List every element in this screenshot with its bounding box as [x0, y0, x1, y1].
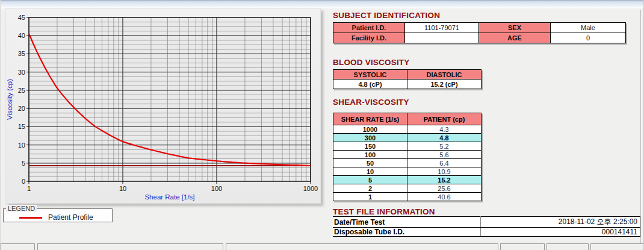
bottom-panel-3 — [226, 243, 498, 250]
chart-legend: LEGEND Patient Profile — [3, 205, 113, 222]
svg-text:Shear Rate [1/s]: Shear Rate [1/s] — [144, 193, 194, 201]
shear-viscosity-chart: 0510152025303540451101001000Shear Rate [… — [6, 9, 319, 202]
diastolic-value: 15.2 (cP) — [407, 80, 481, 89]
svg-text:35: 35 — [18, 50, 25, 57]
age-value: 0 — [551, 33, 626, 43]
bottom-panel-2 — [37, 243, 223, 250]
shear-viscosity-table: SHEAR RATE (1/s) PATIENT (cp) 10004.3 30… — [333, 113, 481, 201]
shear-rate-cell: 2 — [333, 184, 407, 193]
table-row: 515.2 — [333, 176, 481, 184]
disposable-tube-id-value: 000141411 — [481, 228, 640, 237]
table-row: Date/Time Test 2018-11-02 오후 2:25:00 — [333, 217, 640, 228]
table-row: 140.6 — [333, 193, 481, 201]
blood-viscosity-table: SYSTOLIC DIASTOLIC 4.8 (cP) 15.2 (cP) — [333, 69, 481, 89]
table-row: Facility I.D. AGE 0 — [333, 33, 626, 43]
svg-text:1: 1 — [27, 185, 31, 192]
viscosity-chart-panel: 0510152025303540451101001000Shear Rate [… — [5, 8, 321, 204]
legend-title: LEGEND — [6, 205, 37, 212]
test-file-information-title: TEST FILE INFORMATION — [333, 207, 435, 216]
report-window: 0510152025303540451101001000Shear Rate [… — [0, 0, 644, 250]
table-header-row: SHEAR RATE (1/s) PATIENT (cp) — [333, 113, 481, 125]
bottom-panel-1 — [1, 243, 35, 250]
svg-text:Viscosity (cp): Viscosity (cp) — [6, 79, 13, 120]
table-row: 3004.8 — [333, 134, 481, 142]
date-time-test-value: 2018-11-02 오후 2:25:00 — [481, 217, 640, 228]
shear-rate-cell: 1000 — [333, 125, 407, 134]
sex-label: SEX — [479, 23, 551, 33]
table-row: 10004.3 — [333, 125, 481, 134]
svg-text:20: 20 — [18, 105, 25, 112]
svg-text:5: 5 — [22, 160, 25, 167]
patient-value-cell: 5.2 — [407, 142, 481, 151]
blood-viscosity-title: BLOOD VISCOSITY — [333, 58, 410, 67]
patient-value-cell: 25.6 — [407, 184, 481, 193]
table-row: 4.8 (cP) 15.2 (cP) — [333, 80, 481, 89]
test-file-information-table: Date/Time Test 2018-11-02 오후 2:25:00 Dis… — [333, 216, 640, 237]
patient-profile-line-sample — [19, 217, 42, 219]
legend-entry-label: Patient Profile — [48, 213, 93, 222]
facility-id-value — [405, 33, 479, 43]
svg-text:25: 25 — [18, 87, 25, 94]
patient-value-cell: 5.6 — [407, 151, 481, 159]
table-row: Disposable Tube I.D. 000141411 — [333, 228, 640, 237]
patient-id-label: Patient I.D. — [333, 23, 405, 33]
svg-text:0: 0 — [22, 178, 25, 185]
bottom-button-3[interactable] — [590, 243, 644, 250]
patient-value-cell: 10.9 — [407, 167, 481, 176]
shear-viscosity-title: SHEAR-VISCOSITY — [333, 98, 409, 107]
table-row: 225.6 — [333, 184, 481, 193]
shear-rate-cell: 150 — [333, 142, 407, 151]
facility-id-label: Facility I.D. — [333, 33, 405, 43]
svg-text:15: 15 — [18, 123, 25, 130]
table-row: 506.4 — [333, 159, 481, 167]
systolic-value: 4.8 (cP) — [333, 80, 407, 89]
svg-text:30: 30 — [18, 69, 25, 76]
table-row: SYSTOLIC DIASTOLIC — [333, 70, 481, 80]
table-row: 1505.2 — [333, 142, 481, 151]
shear-rate-cell: 1 — [333, 193, 407, 201]
subject-identification-title: SUBJECT IDENTIFICATION — [333, 11, 440, 20]
patient-value-cell: 4.3 — [407, 125, 481, 134]
svg-text:45: 45 — [18, 14, 25, 21]
systolic-header: SYSTOLIC — [333, 70, 407, 80]
svg-text:10: 10 — [18, 142, 25, 149]
legend-entry: Patient Profile — [4, 213, 112, 222]
age-label: AGE — [479, 33, 551, 43]
shear-rate-cell: 100 — [333, 151, 407, 159]
table-row: 1005.6 — [333, 151, 481, 159]
patient-id-value: 1101-79071 — [405, 23, 479, 33]
shear-rate-cell: 10 — [333, 167, 407, 176]
shear-rate-cell: 300 — [333, 134, 407, 142]
date-time-test-label: Date/Time Test — [333, 217, 481, 228]
sex-value: Male — [551, 23, 626, 33]
subject-identification-table: Patient I.D. 1101-79071 SEX Male Facilit… — [333, 22, 626, 43]
svg-text:40: 40 — [18, 32, 25, 39]
svg-text:10: 10 — [119, 185, 126, 192]
table-row: 1010.9 — [333, 167, 481, 176]
report-info-panel: SUBJECT IDENTIFICATION Patient I.D. 1101… — [330, 10, 641, 245]
shear-rate-header: SHEAR RATE (1/s) — [333, 113, 407, 125]
patient-value-cell: 40.6 — [407, 193, 481, 201]
table-row: Patient I.D. 1101-79071 SEX Male — [333, 23, 626, 33]
svg-text:100: 100 — [211, 185, 222, 192]
patient-value-cell: 6.4 — [407, 159, 481, 167]
disposable-tube-id-label: Disposable Tube I.D. — [333, 228, 481, 237]
bottom-button-1[interactable] — [500, 243, 545, 250]
patient-cp-header: PATIENT (cp) — [407, 113, 481, 125]
bottom-button-2[interactable] — [546, 243, 589, 250]
patient-value-cell: 4.8 — [407, 134, 481, 142]
shear-rate-cell: 50 — [333, 159, 407, 167]
patient-value-cell: 15.2 — [407, 176, 481, 184]
shear-rate-cell: 5 — [333, 176, 407, 184]
svg-text:1000: 1000 — [303, 185, 318, 192]
diastolic-header: DIASTOLIC — [407, 70, 481, 80]
